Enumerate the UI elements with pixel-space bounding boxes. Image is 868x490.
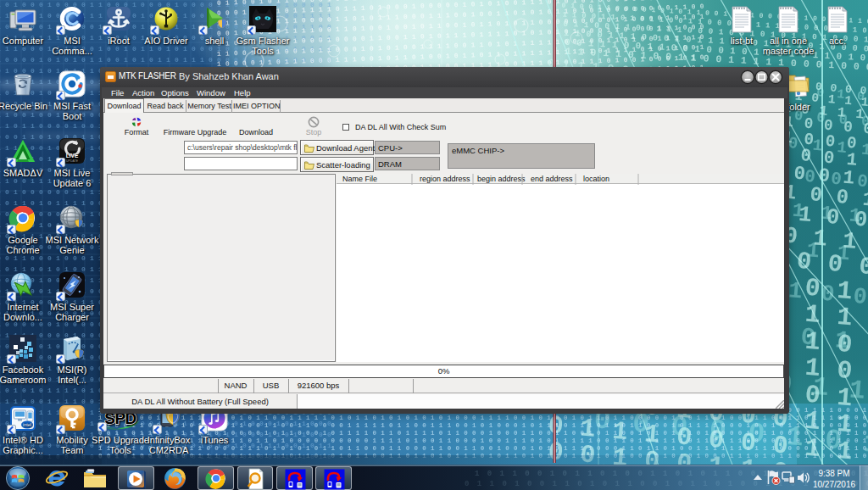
- svg-text:UPDATE: UPDATE: [66, 159, 79, 163]
- svg-text:1 1 1 1 1 0 0 0 0 0 0 1 1 0 0: 1 1 1 1 1 0 0 0 0 0 0 1 1 0 0 0 0 1 1 1 …: [98, 445, 868, 452]
- svg-text:LIVE: LIVE: [66, 153, 79, 159]
- svg-text:intel: intel: [23, 422, 31, 427]
